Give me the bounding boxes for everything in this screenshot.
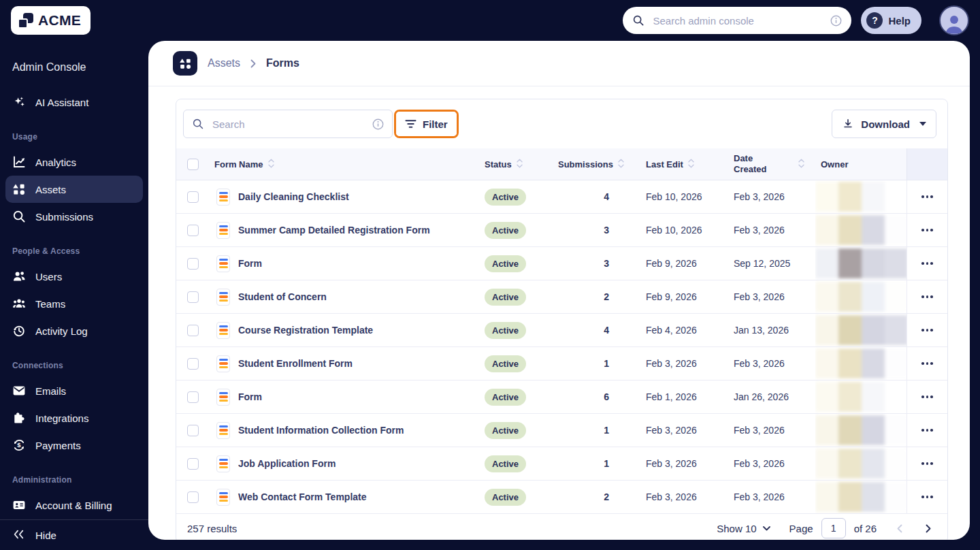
sidebar-item-emails[interactable]: Emails [5,377,143,404]
svg-text:$: $ [17,441,21,449]
sidebar-item-account-billing[interactable]: Account & Billing [5,491,143,519]
row-checkbox[interactable] [187,325,199,336]
sidebar: Admin Console AI Assistant UsageAnalytic… [0,41,148,550]
row-checkbox[interactable] [187,425,199,436]
page-number-input[interactable] [821,518,846,538]
table-toolbar: Filter Download [176,99,947,148]
table-search-input[interactable] [211,118,365,131]
sort-icon [618,159,624,170]
avatar[interactable] [939,5,969,35]
column-header-form-name[interactable]: Form Name [209,148,479,180]
download-button[interactable]: Download [832,110,936,138]
chevron-right-icon [250,59,256,68]
row-actions-button[interactable] [917,458,937,469]
status-badge: Active [485,455,526,472]
table-row: Student of ConcernActive2Feb 9, 2026Feb … [176,280,947,314]
activity-log-icon [12,324,26,338]
row-checkbox[interactable] [187,191,199,203]
magnifier-icon [12,210,26,223]
sidebar-item-integrations[interactable]: Integrations [5,404,143,432]
form-icon [216,489,230,506]
row-actions-button[interactable] [917,225,937,236]
magnifier-icon [632,14,644,27]
row-checkbox[interactable] [187,391,199,403]
last-edit-date: Feb 9, 2026 [640,258,728,269]
last-edit-date: Feb 9, 2026 [640,291,728,302]
caret-down-icon [919,122,926,126]
column-header-last-edit[interactable]: Last Edit [640,148,728,180]
row-checkbox[interactable] [187,225,199,236]
sidebar-item-assets[interactable]: Assets [5,176,143,203]
breadcrumb: Assets Forms [148,41,970,86]
email-icon [12,384,26,398]
table-row: Daily Cleaning ChecklistActive4Feb 10, 2… [176,180,947,214]
main-panel: Assets Forms [148,41,970,540]
row-actions-button[interactable] [917,358,937,369]
row-actions-button[interactable] [917,191,937,202]
sidebar-item-payments[interactable]: $Payments [5,432,143,459]
admin-search-input[interactable] [651,14,823,27]
form-name-link[interactable]: Summer Camp Detailed Registration Form [238,225,430,236]
table-row: FormActive6Feb 1, 2026Jan 26, 2026 [176,381,947,414]
row-actions-button[interactable] [917,291,937,302]
row-checkbox[interactable] [187,491,199,503]
id-card-icon [12,498,26,512]
top-bar: ACME ? Help [0,0,980,41]
form-name-link[interactable]: Student of Concern [238,291,327,302]
row-actions-button[interactable] [917,258,937,269]
row-checkbox[interactable] [187,358,199,370]
help-button[interactable]: ? Help [861,7,921,34]
row-actions-button[interactable] [917,325,937,336]
form-name-link[interactable]: Job Application Form [238,458,336,469]
form-name-link[interactable]: Student Enrollment Form [238,358,353,369]
hide-icon [12,529,24,542]
form-name-link[interactable]: Form [238,391,262,402]
status-badge: Active [485,255,526,272]
magnifier-icon [192,118,204,130]
sidebar-item-users[interactable]: Users [5,263,143,290]
row-actions-button[interactable] [917,491,937,502]
page-label: Page [789,523,813,534]
filter-button[interactable]: Filter [396,112,457,136]
form-name-link[interactable]: Web Contact Form Template [238,491,367,502]
sidebar-item-activity-log[interactable]: Activity Log [5,317,143,344]
previous-page-button[interactable] [897,524,902,533]
chevron-left-icon [897,524,902,533]
row-actions-button[interactable] [917,425,937,436]
section-label-usage: Usage [5,116,143,148]
sidebar-title: Admin Console [5,41,143,78]
sidebar-item-ai-assistant[interactable]: AI Assistant [5,88,143,116]
breadcrumb-assets[interactable]: Assets [208,57,240,69]
sidebar-item-analytics[interactable]: Analytics [5,148,143,176]
next-page-button[interactable] [926,524,931,533]
form-name-link[interactable]: Daily Cleaning Checklist [238,191,349,202]
last-edit-date: Feb 1, 2026 [640,391,728,402]
table-row: FormActive3Feb 9, 2026Sep 12, 2025 [176,247,947,280]
show-per-page-dropdown[interactable]: Show 10 [717,523,770,534]
form-icon [216,255,230,272]
table-search-bar[interactable] [183,110,393,138]
status-badge: Active [485,322,526,339]
sidebar-hide-button[interactable]: Hide [0,519,148,550]
row-actions-button[interactable] [917,391,937,402]
date-created: Feb 3, 2026 [728,191,815,202]
chevron-down-icon [763,526,770,531]
sidebar-item-teams[interactable]: Teams [5,290,143,317]
acme-logo: ACME [11,6,91,35]
column-header-status[interactable]: Status [479,148,553,180]
row-checkbox[interactable] [187,258,199,270]
admin-search-bar[interactable] [623,7,851,34]
submissions-count: 1 [553,358,640,369]
form-icon [216,355,230,372]
column-header-date-created[interactable]: Date Created [728,148,815,180]
select-all-checkbox[interactable] [187,159,199,170]
form-name-link[interactable]: Course Registration Template [238,325,373,336]
assets-icon [173,51,197,76]
sidebar-item-submissions[interactable]: Submissions [5,203,143,230]
form-name-link[interactable]: Student Information Collection Form [238,425,404,436]
form-icon [216,189,230,206]
row-checkbox[interactable] [187,458,199,470]
column-header-submissions[interactable]: Submissions [553,148,640,180]
row-checkbox[interactable] [187,291,199,303]
form-name-link[interactable]: Form [238,258,262,269]
